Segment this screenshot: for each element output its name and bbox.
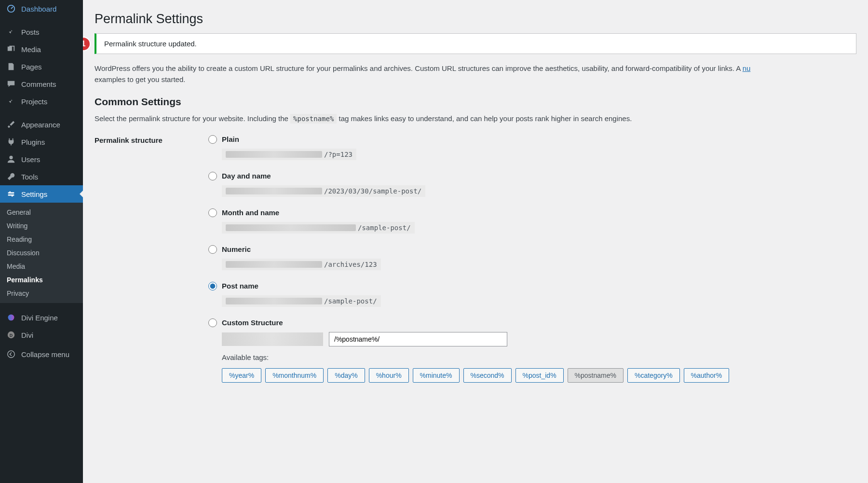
option-post-name-label[interactable]: Post name xyxy=(208,282,856,290)
tag-second[interactable]: %second% xyxy=(463,368,512,383)
tag-postname[interactable]: %postname% xyxy=(568,368,624,383)
svg-rect-4 xyxy=(9,192,11,193)
option-plain-label[interactable]: Plain xyxy=(208,135,856,144)
sidebar-item-divi[interactable]: D Divi xyxy=(0,326,83,344)
plug-icon xyxy=(6,138,16,146)
brush-icon xyxy=(6,120,16,129)
wrench-icon xyxy=(6,172,16,181)
sidebar-item-label: Pages xyxy=(21,63,42,71)
svg-rect-5 xyxy=(12,195,13,197)
pin-icon xyxy=(6,97,16,106)
radio-custom[interactable] xyxy=(208,318,217,327)
option-numeric: Numeric /archives/123 xyxy=(208,245,856,270)
option-month-name-label[interactable]: Month and name xyxy=(208,208,856,217)
notice-text: Permalink structure updated. xyxy=(104,40,197,48)
sidebar-item-appearance[interactable]: Appearance xyxy=(0,116,83,133)
blurred-base-url xyxy=(222,332,323,346)
tag-category[interactable]: %category% xyxy=(627,368,680,383)
example-month-name: /sample-post/ xyxy=(222,222,415,234)
blurred-url xyxy=(226,298,322,304)
admin-sidebar: Dashboard Posts Media Pages Comments Pro… xyxy=(0,0,83,483)
submenu-media[interactable]: Media xyxy=(0,260,83,273)
custom-structure-input[interactable] xyxy=(329,332,507,346)
tag-year[interactable]: %year% xyxy=(222,368,261,383)
sidebar-item-label: Settings xyxy=(21,190,47,198)
sidebar-item-label: Posts xyxy=(21,28,40,36)
tag-hour[interactable]: %hour% xyxy=(369,368,409,383)
collapse-menu[interactable]: Collapse menu xyxy=(0,345,83,363)
option-custom: Custom Structure Available tags: %year% … xyxy=(208,318,856,383)
sidebar-item-label: Media xyxy=(21,45,41,54)
tag-day[interactable]: %day% xyxy=(327,368,365,383)
sidebar-item-divi-engine[interactable]: Divi Engine xyxy=(0,309,83,326)
submenu-reading[interactable]: Reading xyxy=(0,233,83,246)
available-tags-row: %year% %monthnum% %day% %hour% %minute% … xyxy=(222,368,856,383)
media-icon xyxy=(6,45,16,54)
svg-text:D: D xyxy=(10,333,13,338)
submenu-permalinks[interactable]: Permalinks xyxy=(0,273,83,287)
divi-engine-icon xyxy=(6,313,16,322)
blurred-url xyxy=(226,261,322,268)
settings-submenu: General Writing Reading Discussion Media… xyxy=(0,203,83,303)
sidebar-item-label: Projects xyxy=(21,97,47,106)
annotation-badge: 1 xyxy=(83,37,91,51)
sidebar-item-label: Plugins xyxy=(21,138,45,146)
sidebar-item-users[interactable]: Users xyxy=(0,151,83,168)
collapse-icon xyxy=(6,350,16,359)
sidebar-item-projects[interactable]: Projects xyxy=(0,93,83,110)
comment-icon xyxy=(6,80,16,88)
sidebar-item-tools[interactable]: Tools xyxy=(0,168,83,185)
svg-rect-2 xyxy=(8,192,14,193)
option-post-name: Post name /sample-post/ xyxy=(208,282,856,307)
example-day-name: /2023/03/30/sample-post/ xyxy=(222,185,425,197)
sidebar-item-media[interactable]: Media xyxy=(0,41,83,58)
sidebar-item-posts[interactable]: Posts xyxy=(0,23,83,41)
radio-numeric[interactable] xyxy=(208,245,217,254)
svg-point-7 xyxy=(8,315,14,321)
tag-author[interactable]: %author% xyxy=(684,368,730,383)
blurred-url xyxy=(226,224,356,231)
submenu-discussion[interactable]: Discussion xyxy=(0,246,83,260)
page-icon xyxy=(6,62,16,71)
radio-month-name[interactable] xyxy=(208,208,217,217)
available-tags-label: Available tags: xyxy=(222,353,856,361)
sidebar-item-comments[interactable]: Comments xyxy=(0,75,83,93)
radio-plain[interactable] xyxy=(208,135,217,144)
submenu-general[interactable]: General xyxy=(0,206,83,219)
sidebar-item-label: Divi Engine xyxy=(21,314,58,322)
intro-text: WordPress offers you the ability to crea… xyxy=(95,63,856,85)
tag-minute[interactable]: %minute% xyxy=(413,368,460,383)
intro-link[interactable]: nu xyxy=(743,64,751,72)
svg-point-1 xyxy=(9,156,13,159)
option-custom-label[interactable]: Custom Structure xyxy=(208,318,856,327)
common-settings-desc: Select the permalink structure for your … xyxy=(95,114,856,123)
radio-post-name[interactable] xyxy=(208,282,217,290)
example-plain: /?p=123 xyxy=(222,149,356,160)
permalink-structure-label: Permalink structure xyxy=(95,135,208,144)
collapse-label: Collapse menu xyxy=(21,350,69,359)
sidebar-item-settings[interactable]: Settings xyxy=(0,185,83,203)
tag-post-id[interactable]: %post_id% xyxy=(515,368,564,383)
pin-icon xyxy=(6,28,16,36)
divi-icon: D xyxy=(6,331,16,339)
submenu-writing[interactable]: Writing xyxy=(0,219,83,233)
main-content: Permalink Settings 1 Permalink structure… xyxy=(83,0,868,483)
radio-day-name[interactable] xyxy=(208,172,217,180)
option-month-name: Month and name /sample-post/ xyxy=(208,208,856,234)
example-numeric: /archives/123 xyxy=(222,259,381,270)
sidebar-item-label: Users xyxy=(21,155,40,164)
svg-point-10 xyxy=(8,351,14,358)
sidebar-item-dashboard[interactable]: Dashboard xyxy=(0,0,83,17)
svg-rect-3 xyxy=(8,194,14,196)
option-day-name-label[interactable]: Day and name xyxy=(208,172,856,180)
settings-icon xyxy=(6,190,16,198)
option-numeric-label[interactable]: Numeric xyxy=(208,245,856,254)
sidebar-item-pages[interactable]: Pages xyxy=(0,58,83,75)
tag-monthnum[interactable]: %monthnum% xyxy=(265,368,324,383)
user-icon xyxy=(6,155,16,164)
submenu-privacy[interactable]: Privacy xyxy=(0,287,83,300)
option-day-name: Day and name /2023/03/30/sample-post/ xyxy=(208,172,856,197)
sidebar-item-plugins[interactable]: Plugins xyxy=(0,133,83,151)
common-settings-heading: Common Settings xyxy=(95,96,856,108)
option-plain: Plain /?p=123 xyxy=(208,135,856,160)
